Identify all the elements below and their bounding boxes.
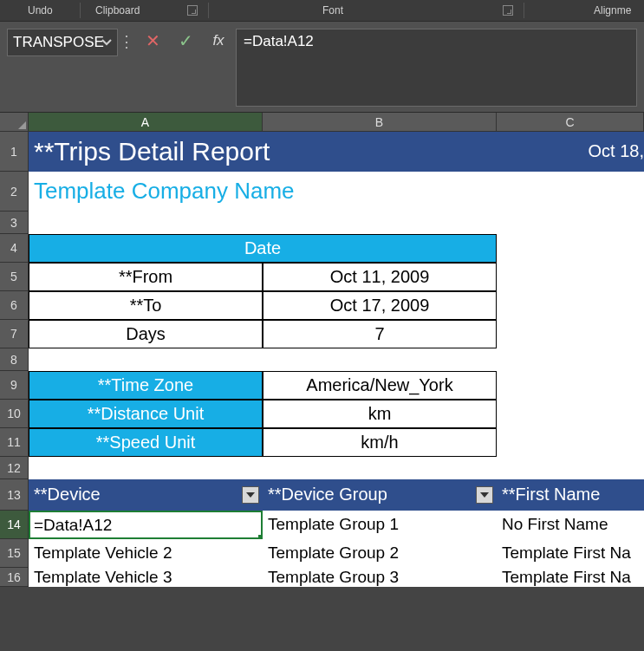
row-header-2[interactable]: 2 [0,172,29,212]
ribbon-group-alignment[interactable]: Alignme [594,4,631,16]
report-title-date[interactable]: Oct 18, [497,132,644,172]
row-header-9[interactable]: 9 [0,371,29,400]
row-13: 13 **Device **Device Group **First Name [0,479,644,511]
column-header-A[interactable]: A [29,113,263,132]
row-4: 4 Date [0,234,644,263]
table-header-device[interactable]: **Device [29,479,263,511]
row-header-5[interactable]: 5 [0,263,29,291]
ribbon-divider [208,3,209,18]
timezone-label[interactable]: **Time Zone [29,371,263,400]
chevron-down-icon [246,492,255,498]
from-label[interactable]: **From [29,263,263,291]
name-box-value: TRANSPOSE [13,34,104,51]
empty-cell[interactable] [29,457,644,479]
cell-B15[interactable]: Template Group 2 [263,539,497,568]
cancel-button[interactable]: ✕ [142,29,163,53]
empty-cell[interactable] [497,371,644,400]
table-header-first-name-label: **First Name [502,485,600,505]
select-all-corner[interactable] [0,113,29,132]
row-header-14[interactable]: 14 [0,511,29,539]
filter-button-device[interactable] [242,486,259,504]
to-label[interactable]: **To [29,291,263,320]
clipboard-launcher[interactable] [187,5,198,16]
cell-A15[interactable]: Template Vehicle 2 [29,539,263,568]
empty-cell[interactable] [497,291,644,320]
row-header-12[interactable]: 12 [0,457,29,479]
row-9: 9 **Time Zone America/New_York [0,371,644,400]
formula-bar-input[interactable] [236,29,637,107]
empty-cell[interactable] [497,428,644,457]
column-header-C[interactable]: C [497,113,644,132]
row-header-16[interactable]: 16 [0,568,29,587]
ribbon-group-clipboard[interactable]: Clipboard [95,4,140,16]
row-7: 7 Days 7 [0,320,644,348]
spreadsheet-grid[interactable]: A B C 1 **Trips Detail Report Oct 18, 2 … [0,113,644,587]
cell-A16[interactable]: Template Vehicle 3 [29,568,263,587]
distance-unit-value[interactable]: km [263,400,497,428]
ribbon-group-undo[interactable]: Undo [28,4,53,16]
ribbon-group-font[interactable]: Font [322,4,343,16]
column-header-B[interactable]: B [263,113,497,132]
table-header-first-name[interactable]: **First Name [497,479,644,511]
row-header-11[interactable]: 11 [0,428,29,457]
row-header-13[interactable]: 13 [0,479,29,511]
row-header-8[interactable]: 8 [0,348,29,371]
cell-C15[interactable]: Template First Na [497,539,644,568]
row-1: 1 **Trips Detail Report Oct 18, [0,132,644,172]
row-header-4[interactable]: 4 [0,234,29,263]
fx-icon: fx [212,32,224,49]
cell-B16[interactable]: Template Group 3 [263,568,497,587]
column-headers: A B C [0,113,644,132]
empty-cell[interactable] [29,212,644,234]
empty-cell[interactable] [497,320,644,348]
speed-unit-label[interactable]: **Speed Unit [29,428,263,457]
name-box[interactable]: TRANSPOSE [7,29,118,56]
to-value[interactable]: Oct 17, 2009 [263,291,497,320]
row-8: 8 [0,348,644,371]
days-label[interactable]: Days [29,320,263,348]
row-10: 10 **Distance Unit km [0,400,644,428]
formula-bar-buttons: ✕ ✓ fx [135,29,236,53]
dialog-launcher-icon [187,5,198,16]
days-value[interactable]: 7 [263,320,497,348]
speed-unit-value[interactable]: km/h [263,428,497,457]
chevron-down-icon[interactable] [101,39,112,46]
ribbon-divider [80,3,81,18]
distance-unit-label[interactable]: **Distance Unit [29,400,263,428]
font-launcher[interactable] [503,5,513,16]
vertical-dots-icon[interactable]: ⋮ [118,29,135,51]
row-header-10[interactable]: 10 [0,400,29,428]
filter-button-device-group[interactable] [476,486,493,504]
row-header-1[interactable]: 1 [0,132,29,172]
empty-cell[interactable] [497,234,644,263]
empty-cell[interactable] [497,263,644,291]
table-header-device-group[interactable]: **Device Group [263,479,497,511]
empty-cell[interactable] [497,400,644,428]
dialog-launcher-icon [503,5,513,16]
row-header-6[interactable]: 6 [0,291,29,320]
empty-cell[interactable] [29,348,644,371]
company-name[interactable]: Template Company Name [29,172,644,212]
enter-button[interactable]: ✓ [175,29,196,53]
row-12: 12 [0,457,644,479]
report-title[interactable]: **Trips Detail Report [29,132,497,172]
row-16: 16 Template Vehicle 3 Template Group 3 T… [0,568,644,587]
row-header-7[interactable]: 7 [0,320,29,348]
row-header-15[interactable]: 15 [0,539,29,568]
cell-C14[interactable]: No First Name [497,511,644,539]
cell-B14[interactable]: Template Group 1 [263,511,497,539]
row-3: 3 [0,212,644,234]
table-header-device-group-label: **Device Group [268,485,387,505]
ribbon-divider [524,3,524,18]
row-header-3[interactable]: 3 [0,212,29,234]
date-header[interactable]: Date [29,234,497,263]
row-11: 11 **Speed Unit km/h [0,428,644,457]
ribbon-group-labels: Undo Clipboard Font Alignme [0,0,644,21]
row-5: 5 **From Oct 11, 2009 [0,263,644,291]
timezone-value[interactable]: America/New_York [263,371,497,400]
insert-function-button[interactable]: fx [208,29,229,53]
cell-C16[interactable]: Template First Na [497,568,644,587]
formula-bar-row: TRANSPOSE ⋮ ✕ ✓ fx [0,21,644,113]
active-cell-A14[interactable]: =Data!A12 [29,511,263,539]
from-value[interactable]: Oct 11, 2009 [263,263,497,291]
